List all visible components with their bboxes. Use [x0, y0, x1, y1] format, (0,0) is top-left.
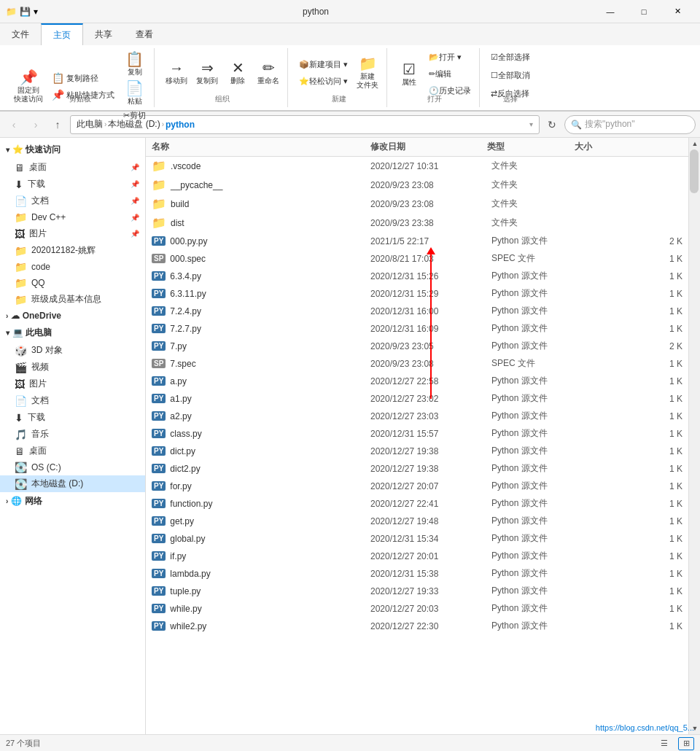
header-date[interactable]: 修改日期 — [370, 141, 487, 153]
file-item[interactable]: PY 7.py 2020/9/23 23:05 Python 源文件 2 K — [146, 338, 700, 355]
file-item[interactable]: PY for.py 2020/12/27 20:07 Python 源文件 1 … — [146, 478, 700, 495]
new-folder-button[interactable]: 📁 新建文件夹 — [353, 54, 382, 92]
sidebar-item-documents[interactable]: 📄 文档 📌 — [0, 192, 145, 209]
header-type[interactable]: 类型 — [487, 141, 575, 153]
file-item[interactable]: PY dict.py 2020/12/27 19:38 Python 源文件 1… — [146, 443, 700, 460]
new-item-button[interactable]: 📦 新建项目 ▾ — [295, 57, 351, 72]
maximize-button[interactable]: □ — [627, 0, 661, 23]
documents-icon: 📄 — [15, 195, 27, 207]
file-item[interactable]: PY class.py 2020/12/31 15:57 Python 源文件 … — [146, 425, 700, 443]
sidebar-item-code[interactable]: 📁 code — [0, 259, 145, 275]
sidebar-item-downloads2[interactable]: ⬇ 下载 — [0, 409, 145, 426]
scrollbar-track[interactable]: ▲ ▼ — [688, 138, 700, 734]
ribbon-content: 📌 固定到快速访问 📋 复制路径 📌 粘贴快捷方式 📋 — [0, 45, 700, 111]
file-item[interactable]: PY if.py 2020/12/27 20:01 Python 源文件 1 K — [146, 548, 700, 565]
sidebar-section-quickaccess[interactable]: ▾ ⭐ 快速访问 — [0, 141, 145, 159]
sidebar-item-3dobjects[interactable]: 🎲 3D 对象 — [0, 342, 145, 359]
network-chevron: › — [6, 497, 8, 505]
file-size: 1 K — [583, 481, 694, 491]
file-item[interactable]: PY 6.3.4.py 2020/12/31 15:26 Python 源文件 … — [146, 268, 700, 285]
sidebar-item-yaohui[interactable]: 📁 202012182-姚辉 — [0, 242, 145, 259]
file-name: PY lambda.py — [152, 569, 366, 579]
file-item[interactable]: PY 6.3.11.py 2020/12/31 15:29 Python 源文件… — [146, 285, 700, 303]
file-item[interactable]: PY lambda.py 2020/12/31 15:38 Python 源文件… — [146, 565, 700, 583]
tab-share[interactable]: 共享 — [83, 23, 124, 45]
file-item[interactable]: PY 7.2.7.py 2020/12/31 16:09 Python 源文件 … — [146, 320, 700, 338]
file-name: PY 7.2.4.py — [152, 306, 366, 316]
scrollbar-thumb[interactable] — [690, 149, 699, 193]
file-item[interactable]: 📁 build 2020/9/23 23:08 文件夹 — [146, 195, 700, 214]
file-size: 1 K — [583, 359, 694, 369]
sidebar-item-music[interactable]: 🎵 音乐 — [0, 426, 145, 443]
sidebar-item-documents2[interactable]: 📄 文档 — [0, 392, 145, 409]
sidebar-section-thispc[interactable]: ▾ 💻 此电脑 — [0, 324, 145, 342]
close-button[interactable]: ✕ — [661, 0, 694, 23]
file-item[interactable]: PY tuple.py 2020/12/27 19:33 Python 源文件 … — [146, 583, 700, 600]
properties-button[interactable]: ☑ 属性 — [394, 60, 424, 89]
scrollbar-up-arrow[interactable]: ▲ — [689, 138, 700, 149]
sidebar-item-downloads[interactable]: ⬇ 下载 📌 — [0, 176, 145, 192]
file-type: Python 源文件 — [491, 322, 579, 335]
tab-file[interactable]: 文件 — [0, 23, 41, 45]
window-controls[interactable]: — □ ✕ — [594, 0, 694, 23]
cut-button[interactable]: ✂ 剪切 — [120, 108, 149, 123]
sidebar-item-osc[interactable]: 💽 OS (C:) — [0, 459, 145, 475]
rename-button[interactable]: ✏ 重命名 — [254, 58, 283, 87]
move-to-button[interactable]: → 移动到 — [162, 58, 191, 87]
file-item[interactable]: 📁 .vscode 2020/12/27 10:31 文件夹 — [146, 157, 700, 176]
file-item[interactable]: PY while2.py 2020/12/27 22:30 Python 源文件… — [146, 618, 700, 635]
file-item[interactable]: PY global.py 2020/12/31 15:34 Python 源文件… — [146, 530, 700, 548]
header-name[interactable]: 名称 — [152, 141, 370, 153]
select-none-button[interactable]: ☐ 全部取消 — [487, 68, 534, 83]
sidebar-item-desktop2[interactable]: 🖥 桌面 — [0, 443, 145, 459]
file-item[interactable]: PY function.py 2020/12/27 22:41 Python 源… — [146, 495, 700, 513]
file-item[interactable]: 📁 dist 2020/9/23 23:38 文件夹 — [146, 214, 700, 233]
tab-home[interactable]: 主页 — [41, 23, 83, 45]
file-size: 2 K — [583, 236, 694, 246]
sidebar-item-desktop[interactable]: 🖥 桌面 📌 — [0, 159, 145, 176]
copy-to-button[interactable]: ⇒ 复制到 — [192, 58, 222, 87]
sidebar-item-qq[interactable]: 📁 QQ — [0, 275, 145, 291]
copy-path-icon: 📋 — [52, 73, 64, 83]
copy-button[interactable]: 📋 复制 — [120, 50, 149, 77]
copy-path-button[interactable]: 📋 复制路径 — [48, 71, 118, 86]
details-view-button[interactable]: ☰ — [656, 737, 672, 750]
file-list-scroll[interactable]: 📁 .vscode 2020/12/27 10:31 文件夹 📁 __pycac… — [146, 157, 700, 734]
file-item[interactable]: PY 000.py.py 2021/1/5 22:17 Python 源文件 2… — [146, 233, 700, 250]
file-item[interactable]: PY a.py 2020/12/27 22:58 Python 源文件 1 K — [146, 373, 700, 390]
list-view-button[interactable]: ⊞ — [678, 737, 694, 750]
paste-button[interactable]: 📄 粘贴 — [120, 79, 149, 106]
file-item[interactable]: 📁 __pycache__ 2020/9/23 23:08 文件夹 — [146, 176, 700, 195]
sidebar-item-devcpp[interactable]: 📁 Dev C++ 📌 — [0, 209, 145, 225]
py-icon: PY — [152, 324, 166, 333]
file-item[interactable]: PY a1.py 2020/12/27 23:02 Python 源文件 1 K — [146, 390, 700, 408]
open-button[interactable]: 📂 打开 ▾ — [425, 50, 475, 65]
file-item[interactable]: PY get.py 2020/12/27 19:48 Python 源文件 1 … — [146, 513, 700, 530]
refresh-button[interactable]: ↻ — [542, 115, 561, 134]
file-item[interactable]: PY while.py 2020/12/27 20:03 Python 源文件 … — [146, 600, 700, 618]
file-item[interactable]: PY 7.2.4.py 2020/12/31 16:00 Python 源文件 … — [146, 303, 700, 320]
tab-view[interactable]: 查看 — [124, 23, 165, 45]
sidebar-item-pictures[interactable]: 🖼 图片 📌 — [0, 225, 145, 242]
search-field[interactable]: 🔍 搜索"python" — [564, 115, 696, 134]
select-all-button[interactable]: ☑ 全部选择 — [487, 50, 534, 65]
sidebar-item-videos[interactable]: 🎬 视频 — [0, 359, 145, 376]
file-item[interactable]: PY a2.py 2020/12/27 23:03 Python 源文件 1 K — [146, 408, 700, 425]
file-item[interactable]: SP 000.spec 2020/8/21 17:03 SPEC 文件 1 K — [146, 250, 700, 268]
header-size[interactable]: 大小 — [575, 141, 694, 153]
sidebar-item-classinfo[interactable]: 📁 班级成员基本信息 — [0, 291, 145, 308]
pin-quick-access-button[interactable]: 📌 固定到快速访问 — [10, 68, 47, 106]
sidebar-section-network[interactable]: › 🌐 网络 — [0, 492, 145, 510]
file-item[interactable]: SP 7.spec 2020/9/23 23:08 SPEC 文件 1 K — [146, 355, 700, 373]
edit-button[interactable]: ✏ 编辑 — [425, 66, 475, 82]
delete-button[interactable]: ✕ 删除 — [223, 58, 252, 87]
file-item[interactable]: PY dict2.py 2020/12/27 19:38 Python 源文件 … — [146, 460, 700, 478]
file-size: 2 K — [583, 341, 694, 351]
sidebar-section-onedrive[interactable]: › ☁ OneDrive — [0, 308, 145, 324]
sidebar-item-localdisk-d[interactable]: 💽 本地磁盘 (D:) — [0, 475, 145, 492]
sidebar-item-pictures2[interactable]: 🖼 图片 — [0, 376, 145, 392]
minimize-button[interactable]: — — [594, 0, 627, 23]
new-item-icon: 📦 — [299, 60, 309, 69]
easy-access-button[interactable]: ⭐ 轻松访问 ▾ — [295, 74, 351, 89]
py-icon: PY — [152, 464, 166, 473]
